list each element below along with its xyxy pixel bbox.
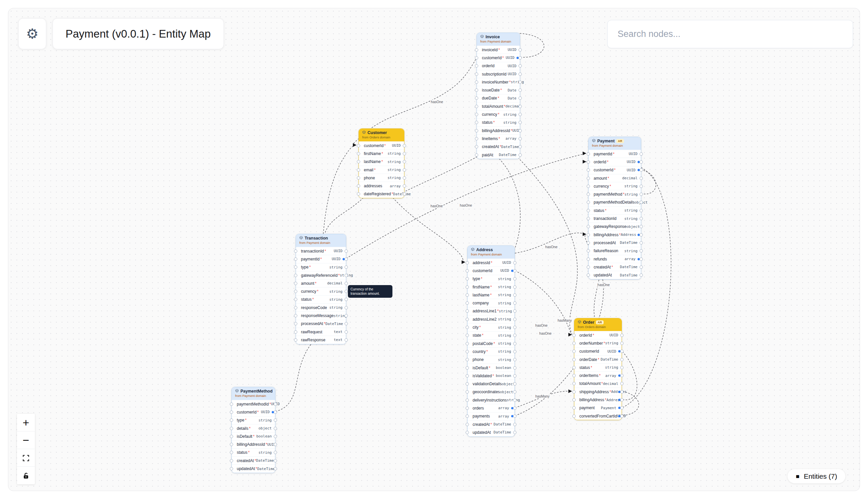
field-row-company[interactable]: company string [468, 299, 514, 307]
left-port[interactable] [230, 427, 233, 430]
field-row-rawResponse[interactable]: rawResponse text [296, 336, 346, 344]
field-row-deliveryInstructions[interactable]: deliveryInstructions string [468, 396, 514, 404]
left-port[interactable] [587, 185, 590, 188]
right-port[interactable] [513, 301, 517, 305]
left-port[interactable] [466, 350, 469, 353]
right-port[interactable] [640, 168, 643, 172]
right-port[interactable] [274, 467, 277, 471]
field-row-payment[interactable]: payment Payment [574, 404, 622, 412]
left-port[interactable] [466, 301, 469, 305]
field-row-phone[interactable]: phone string [468, 356, 514, 364]
right-port[interactable] [513, 269, 517, 272]
left-port[interactable] [587, 266, 590, 269]
left-port[interactable] [466, 431, 469, 434]
right-port[interactable] [620, 374, 623, 377]
right-port[interactable] [620, 366, 623, 369]
left-port[interactable] [475, 96, 478, 100]
right-port[interactable] [640, 249, 643, 253]
right-port[interactable] [513, 285, 517, 289]
left-port[interactable] [466, 269, 469, 272]
field-row-customerId[interactable]: customerId UUID [574, 347, 622, 355]
zoom-out-button[interactable]: − [17, 431, 35, 449]
right-port[interactable] [519, 145, 522, 148]
right-port[interactable] [640, 153, 643, 156]
left-port[interactable] [587, 153, 590, 156]
field-row-billingAddress[interactable]: billingAddress * Address [574, 395, 622, 403]
field-row-paymentMethodDetails[interactable]: paymentMethodDetails object [588, 198, 641, 206]
left-port[interactable] [475, 121, 478, 124]
field-row-amount[interactable]: amount * decimal [296, 279, 346, 287]
search-input[interactable] [608, 20, 853, 48]
left-port[interactable] [294, 290, 297, 293]
right-port[interactable] [519, 96, 522, 100]
right-port[interactable] [640, 200, 643, 204]
field-row-transactionId[interactable]: transactionId string [588, 214, 641, 222]
entity-header[interactable]: Invoice from Payment domain [477, 33, 520, 46]
entity-card-transaction[interactable]: Transaction from Payment domain transact… [296, 234, 346, 344]
left-port[interactable] [587, 225, 590, 228]
field-row-currency[interactable]: currency * string [588, 182, 641, 190]
left-port[interactable] [475, 113, 478, 116]
left-port[interactable] [466, 326, 469, 329]
zoom-in-button[interactable]: + [17, 414, 35, 431]
field-row-paymentMethodId[interactable]: paymentMethodId * UUID [232, 400, 275, 408]
left-port[interactable] [587, 209, 590, 212]
right-port[interactable] [620, 350, 623, 353]
right-port[interactable] [620, 390, 623, 393]
left-port[interactable] [466, 423, 469, 426]
right-port[interactable] [513, 293, 517, 297]
field-row-billingAddressId[interactable]: billingAddressId * UUID [477, 126, 520, 134]
field-row-isValidated[interactable]: isValidated * boolean [468, 372, 514, 380]
right-port[interactable] [403, 168, 406, 172]
left-port[interactable] [466, 399, 469, 402]
right-port[interactable] [640, 185, 643, 188]
field-row-validationDetails[interactable]: validationDetails object [468, 380, 514, 388]
left-port[interactable] [466, 318, 469, 321]
left-port[interactable] [587, 168, 590, 172]
left-port[interactable] [572, 358, 576, 361]
right-port[interactable] [640, 177, 643, 180]
right-port[interactable] [403, 176, 406, 180]
right-port[interactable] [519, 64, 522, 68]
right-port[interactable] [274, 443, 277, 446]
right-port[interactable] [519, 56, 522, 60]
field-row-updatedAt[interactable]: updatedAt DateTime [468, 428, 514, 436]
field-row-paidAt[interactable]: paidAt DateTime [477, 151, 520, 159]
field-row-dueDate[interactable]: dueDate * Date [477, 94, 520, 102]
field-row-status[interactable]: status * string [588, 206, 641, 214]
right-port[interactable] [513, 261, 517, 265]
right-port[interactable] [345, 338, 348, 342]
left-port[interactable] [466, 334, 469, 337]
left-port[interactable] [572, 398, 576, 402]
field-row-subscriptionId[interactable]: subscriptionId UUID [477, 70, 520, 78]
field-row-billingAddress[interactable]: billingAddress * Address [588, 231, 641, 239]
field-row-customerId[interactable]: customerId * UUID [359, 142, 404, 149]
right-port[interactable] [513, 382, 517, 386]
left-port[interactable] [587, 193, 590, 196]
right-port[interactable] [513, 406, 517, 410]
left-port[interactable] [572, 390, 576, 393]
left-port[interactable] [357, 176, 360, 180]
right-port[interactable] [620, 334, 623, 337]
field-row-gatewayResponse[interactable]: gatewayResponse object [588, 222, 641, 231]
right-port[interactable] [640, 241, 643, 244]
field-row-type[interactable]: type * string [232, 416, 275, 424]
field-row-failureReason[interactable]: failureReason string [588, 247, 641, 255]
field-row-paymentMethod[interactable]: paymentMethod * string [588, 190, 641, 198]
field-row-responseCode[interactable]: responseCode string [296, 303, 346, 312]
right-port[interactable] [345, 298, 348, 301]
left-port[interactable] [587, 241, 590, 244]
entity-card-paymentmethod[interactable]: PaymentMethod from Payment domain paymen… [232, 387, 275, 473]
left-port[interactable] [572, 374, 576, 377]
field-row-orderItems[interactable]: orderItems * array [574, 371, 622, 379]
left-port[interactable] [587, 257, 590, 261]
field-row-paymentId[interactable]: paymentId * UUID [296, 255, 346, 263]
left-port[interactable] [587, 177, 590, 180]
fit-view-button[interactable] [17, 449, 35, 467]
field-row-totalAmount[interactable]: totalAmount * decimal [477, 102, 520, 110]
left-port[interactable] [587, 160, 590, 164]
left-port[interactable] [230, 467, 233, 471]
left-port[interactable] [466, 293, 469, 297]
right-port[interactable] [345, 250, 348, 253]
left-port[interactable] [466, 366, 469, 369]
